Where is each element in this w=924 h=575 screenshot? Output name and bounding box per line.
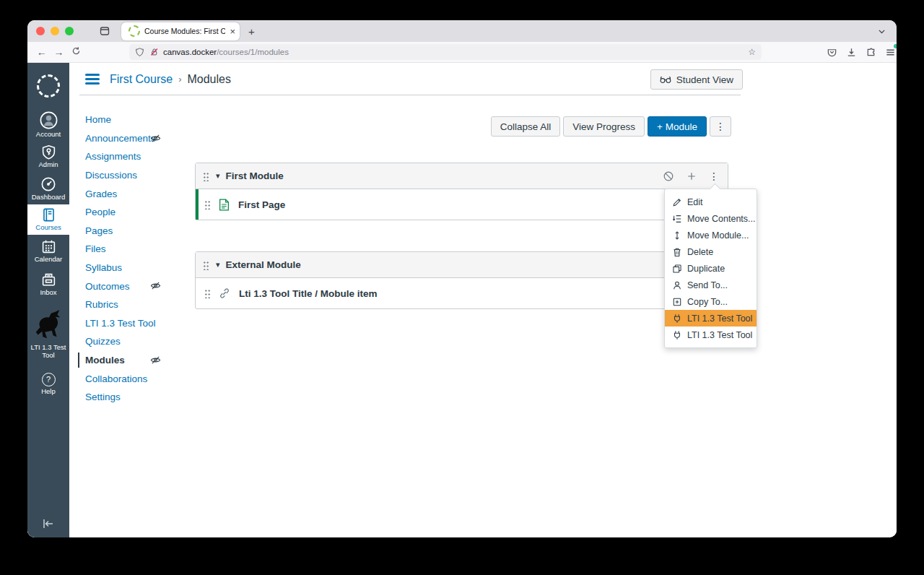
global-nav-dashboard[interactable]: Dashboard <box>27 173 69 204</box>
plug-icon <box>672 314 682 324</box>
global-nav-calendar[interactable]: Calendar <box>27 235 69 268</box>
main-area: First Course › Modules Student View Home… <box>69 63 897 537</box>
module-kebab-icon[interactable]: ⋮ <box>709 170 719 182</box>
unpublished-ban-icon[interactable] <box>663 170 674 182</box>
modules-kebab-button[interactable]: ⋮ <box>710 116 731 137</box>
copy-to-icon <box>672 297 682 307</box>
module-context-menu: Edit Move Contents... Move Module... <box>664 189 757 348</box>
kebab-icon: ⋮ <box>715 121 725 132</box>
browser-tab-bar: Course Modules: First Course × + <box>27 20 897 42</box>
student-view-button[interactable]: Student View <box>650 69 743 90</box>
move-contents-icon <box>672 214 682 224</box>
breadcrumb-course-link[interactable]: First Course <box>110 73 173 86</box>
admin-shield-icon <box>41 144 56 160</box>
menu-item-edit[interactable]: Edit <box>665 194 757 210</box>
maximize-window-button[interactable] <box>65 27 74 35</box>
course-nav-home[interactable]: Home <box>85 111 222 129</box>
pencil-icon <box>672 197 682 207</box>
module-item-lti-tool[interactable]: Lti 1.3 Tool Title / Mobule item <box>196 278 728 308</box>
course-nav-toggle-icon[interactable] <box>85 74 100 85</box>
module-header: ▾ First Module ⋮ <box>196 163 728 189</box>
app-menu-icon[interactable] <box>884 46 897 59</box>
modules-area: Collapse All View Progress + Module ⋮ ▾ … <box>195 163 728 340</box>
drag-handle-icon[interactable] <box>203 171 209 181</box>
browser-tab[interactable]: Course Modules: First Course × <box>121 22 240 40</box>
downloads-icon[interactable] <box>845 46 858 59</box>
canvas-favicon-icon <box>128 25 140 37</box>
url-path: /courses/1/modules <box>217 48 289 56</box>
add-module-button[interactable]: + Module <box>648 116 707 137</box>
menu-item-send-to[interactable]: Send To... <box>665 277 757 293</box>
bookmark-star-icon[interactable]: ☆ <box>748 47 756 57</box>
collapse-global-nav-button[interactable] <box>27 509 69 537</box>
insecure-lock-icon[interactable] <box>149 47 159 57</box>
global-nav-admin[interactable]: Admin <box>27 141 69 173</box>
minimize-window-button[interactable] <box>51 27 59 35</box>
course-nav-modules[interactable]: Modules <box>85 351 222 370</box>
menu-item-lti-tool-1[interactable]: LTI 1.3 Test Tool <box>665 310 757 327</box>
courses-book-icon <box>41 207 56 222</box>
global-nav-help[interactable]: ? Help <box>27 368 69 401</box>
tracking-shield-icon[interactable] <box>135 47 144 57</box>
drag-handle-icon[interactable] <box>203 260 209 270</box>
module-external-module: ▾ External Module Lti 1.3 Tool Tit <box>195 251 728 309</box>
add-item-plus-icon[interactable] <box>687 171 697 181</box>
course-nav-announcements[interactable]: Announcements <box>85 129 222 148</box>
expand-caret-icon[interactable]: ▾ <box>216 171 220 181</box>
breadcrumb-separator: › <box>178 74 181 85</box>
extensions-icon[interactable] <box>864 46 877 59</box>
canvas-logo-icon[interactable] <box>27 63 69 109</box>
drag-handle-icon[interactable] <box>204 288 211 298</box>
hidden-eye-icon <box>150 280 161 291</box>
menu-item-lti-tool-2[interactable]: LTI 1.3 Test Tool <box>665 327 757 343</box>
hidden-eye-icon <box>150 355 161 366</box>
external-link-icon <box>219 288 230 299</box>
module-first-module: ▾ First Module ⋮ <box>195 163 728 220</box>
global-nav-inbox[interactable]: Inbox <box>27 268 69 301</box>
view-progress-button[interactable]: View Progress <box>563 116 645 137</box>
module-item-first-page[interactable]: First Page <box>196 189 728 220</box>
collapse-all-button[interactable]: Collapse All <box>491 116 561 137</box>
global-nav-account[interactable]: Account <box>27 109 69 141</box>
calendar-icon <box>41 239 56 254</box>
breadcrumb: First Course › Modules <box>110 73 231 86</box>
menu-item-copy-to[interactable]: Copy To... <box>665 293 757 310</box>
forward-button[interactable]: → <box>51 46 68 58</box>
global-nav-courses[interactable]: Courses <box>27 204 69 235</box>
global-nav-lti-tool[interactable]: LTI 1.3 Test Tool <box>27 301 69 368</box>
module-actions: Collapse All View Progress + Module ⋮ <box>491 116 731 137</box>
module-header: ▾ External Module <box>196 252 728 278</box>
tab-title: Course Modules: First Course <box>144 27 225 35</box>
reload-button[interactable] <box>67 46 84 58</box>
tab-list-chevron-icon[interactable] <box>877 26 886 39</box>
move-module-icon <box>672 230 682 241</box>
global-nav: Account Admin Dashboard <box>27 63 69 537</box>
plug-icon <box>672 330 682 340</box>
module-title: External Module <box>226 259 301 270</box>
menu-item-duplicate[interactable]: Duplicate <box>665 260 757 277</box>
window-controls <box>36 27 74 35</box>
module-title: First Module <box>226 170 284 181</box>
pocket-icon[interactable] <box>825 46 838 59</box>
glasses-icon <box>660 76 672 84</box>
new-tab-button[interactable]: + <box>248 25 255 38</box>
tab-close-icon[interactable]: × <box>230 26 235 37</box>
expand-caret-icon[interactable]: ▾ <box>216 260 220 269</box>
firefox-view-icon[interactable] <box>97 23 113 39</box>
drag-handle-icon[interactable] <box>204 199 211 209</box>
browser-toolbar: ← → canvas.docker/courses/1/modules ☆ <box>27 42 897 63</box>
url-bar[interactable]: canvas.docker/courses/1/modules ☆ <box>129 44 762 60</box>
send-to-user-icon <box>672 280 682 290</box>
menu-item-move-module[interactable]: Move Module... <box>665 227 757 243</box>
page-header: First Course › Modules Student View <box>69 63 897 95</box>
update-badge <box>894 44 897 48</box>
close-window-button[interactable] <box>36 27 45 35</box>
menu-item-delete[interactable]: Delete <box>665 243 757 260</box>
back-button[interactable]: ← <box>33 46 51 58</box>
hidden-eye-icon <box>150 133 161 144</box>
unicorn-icon <box>32 309 65 342</box>
course-nav-settings[interactable]: Settings <box>85 388 222 407</box>
dashboard-gauge-icon <box>40 176 56 192</box>
course-nav-collaborations[interactable]: Collaborations <box>85 369 222 388</box>
menu-item-move-contents[interactable]: Move Contents... <box>665 210 757 227</box>
